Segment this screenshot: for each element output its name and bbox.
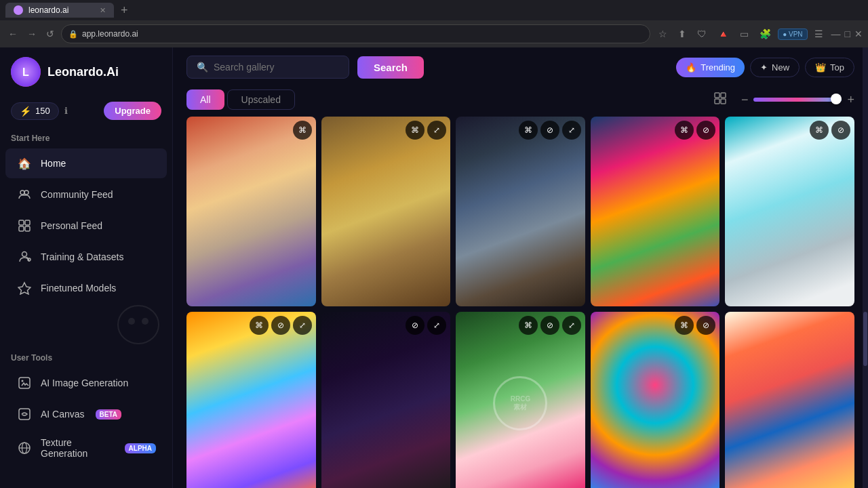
- view-toggle: [711, 89, 729, 110]
- ai-image-svg: [18, 376, 31, 390]
- item-overlay-anime: ⌘ ⊘ ⤢: [250, 316, 312, 335]
- refresh-button[interactable]: ↺: [43, 26, 57, 42]
- filter-upscaled-btn[interactable]: Upscaled: [227, 89, 295, 110]
- upgrade-button[interactable]: Upgrade: [104, 102, 161, 120]
- item-disable-btn-7[interactable]: ⊘: [406, 316, 425, 335]
- item-overlay-lion: ⌘: [293, 121, 312, 140]
- item-remix-btn-4[interactable]: ⌘: [675, 121, 694, 140]
- item-remix-btn-6[interactable]: ⌘: [250, 316, 269, 335]
- sidebar-item-ai-canvas[interactable]: AI Canvas BETA: [5, 399, 167, 429]
- item-expand-btn-6[interactable]: ⤢: [293, 316, 312, 335]
- svg-point-13: [128, 318, 135, 325]
- alpha-badge: ALPHA: [125, 443, 156, 453]
- item-disable-btn-4[interactable]: ⊘: [696, 121, 715, 140]
- item-expand-btn-7[interactable]: ⤢: [427, 316, 446, 335]
- gallery-item-colorful-woman[interactable]: ⌘ ⊘: [591, 312, 720, 488]
- svg-point-2: [20, 190, 24, 195]
- home-icon: 🏠: [16, 155, 33, 171]
- search-button[interactable]: Search: [357, 56, 424, 79]
- scrollbar-thumb[interactable]: [863, 312, 867, 366]
- sort-top-btn[interactable]: 👑 Top: [805, 58, 854, 77]
- search-bar[interactable]: 🔍: [186, 56, 349, 79]
- item-expand-btn-3[interactable]: ⤢: [562, 121, 581, 140]
- gallery-item-flowers[interactable]: ⌘ ⊘: [591, 117, 720, 306]
- sidebar-item-finetuned[interactable]: Finetuned Models: [5, 273, 167, 303]
- tab-title: leonardo.ai: [28, 5, 68, 15]
- zoom-thumb[interactable]: [831, 94, 842, 104]
- app-layout: L Leonardo.Ai ⚡ 150 ℹ Upgrade Start Here…: [0, 47, 868, 488]
- gallery-item-hieroglyph[interactable]: ⌘ ⤢: [321, 117, 451, 306]
- svg-rect-7: [25, 226, 30, 231]
- zoom-slider[interactable]: [753, 97, 842, 102]
- watermark: RRCG素材: [456, 312, 585, 488]
- svg-rect-5: [25, 220, 30, 225]
- address-bar[interactable]: 🔒 app.leonardo.ai: [61, 24, 650, 43]
- gallery-item-koala[interactable]: ⌘ ⊘: [725, 117, 854, 306]
- item-remix-btn-5[interactable]: ⌘: [810, 121, 829, 140]
- credits-info-btn[interactable]: ℹ: [64, 106, 68, 116]
- credits-amount: 150: [35, 106, 50, 116]
- item-disable-btn-6[interactable]: ⊘: [271, 316, 290, 335]
- sidebar-logo[interactable]: L Leonardo.Ai: [0, 47, 172, 96]
- item-remix-btn[interactable]: ⌘: [293, 121, 312, 140]
- sidebar-item-texture[interactable]: Texture Generation ALPHA: [5, 430, 167, 466]
- browser-chrome: leonardo.ai ✕ + ← → ↺ 🔒 app.leonardo.ai …: [0, 0, 868, 47]
- sidebar-item-home[interactable]: 🏠 Home: [5, 148, 167, 178]
- active-tab[interactable]: leonardo.ai ✕: [5, 3, 114, 18]
- sidebar-item-personal[interactable]: Personal Feed: [5, 211, 167, 241]
- gallery-item-anime-girl[interactable]: ⌘ ⊘ ⤢: [186, 312, 316, 488]
- item-remix-btn-3[interactable]: ⌘: [519, 121, 538, 140]
- forward-button[interactable]: →: [24, 26, 39, 42]
- home-label: Home: [41, 158, 66, 169]
- grid-view-btn[interactable]: [711, 89, 729, 110]
- window-close[interactable]: ✕: [854, 28, 863, 39]
- gallery-item-dark-woman[interactable]: ⊘ ⤢: [321, 312, 451, 488]
- sidebar: L Leonardo.Ai ⚡ 150 ℹ Upgrade Start Here…: [0, 47, 173, 488]
- gallery-item-lion[interactable]: ⌘: [186, 117, 316, 306]
- sort-new-btn[interactable]: ✦ New: [750, 58, 800, 77]
- item-disable-btn-5[interactable]: ⊘: [831, 121, 850, 140]
- sidebar-item-training[interactable]: Training & Datasets: [5, 242, 167, 272]
- item-remix-btn-9[interactable]: ⌘: [675, 316, 694, 335]
- star-button[interactable]: ☆: [654, 26, 671, 42]
- svg-marker-11: [18, 283, 31, 294]
- extensions-button[interactable]: 🧩: [755, 26, 775, 42]
- svg-rect-6: [19, 226, 24, 231]
- zoom-plus-btn[interactable]: +: [847, 93, 854, 107]
- menu-button[interactable]: ☰: [810, 26, 827, 42]
- item-overlay-pink: ⌘ ⊘ ⤢: [519, 316, 581, 335]
- sidebar-item-ai-image[interactable]: AI Image Generation: [5, 368, 167, 398]
- new-tab-button[interactable]: +: [117, 3, 132, 18]
- tab-close-btn[interactable]: ✕: [100, 6, 106, 15]
- grid-view-icon: [714, 92, 726, 104]
- finetuned-icon: [16, 280, 33, 296]
- item-overlay-colorful: ⌘ ⊘: [675, 316, 715, 335]
- gallery-item-pink-woman[interactable]: ⌘ ⊘ ⤢ RRCG素材: [456, 312, 585, 488]
- item-disable-btn-9[interactable]: ⊘: [696, 316, 715, 335]
- zoom-minus-btn[interactable]: −: [741, 93, 749, 107]
- alert-button[interactable]: 🔺: [713, 26, 733, 42]
- back-button[interactable]: ←: [5, 26, 20, 42]
- search-input[interactable]: [214, 62, 339, 73]
- item-overlay-hieroglyph: ⌘ ⤢: [406, 121, 446, 140]
- sidebar-item-community[interactable]: Community Feed: [5, 180, 167, 209]
- scrollbar-track[interactable]: [863, 47, 868, 488]
- share-button[interactable]: ⬆: [674, 26, 690, 42]
- item-disable-btn-8[interactable]: ⊘: [540, 316, 559, 335]
- item-expand-btn-8[interactable]: ⤢: [562, 316, 581, 335]
- filter-all-btn[interactable]: All: [186, 89, 224, 110]
- gallery-item-floral-pattern[interactable]: [725, 312, 854, 488]
- item-remix-btn-8[interactable]: ⌘: [519, 316, 538, 335]
- shield-button[interactable]: 🛡: [693, 26, 711, 42]
- sort-trending-btn[interactable]: 🔥 Trending: [676, 58, 745, 77]
- window-maximize[interactable]: □: [845, 28, 850, 39]
- item-remix-btn-2[interactable]: ⌘: [406, 121, 425, 140]
- gallery-item-warrior[interactable]: ⌘ ⊘ ⤢: [456, 117, 585, 306]
- item-overlay-koala: ⌘ ⊘: [810, 121, 850, 140]
- window-minimize[interactable]: —: [831, 28, 841, 39]
- item-disable-btn-3[interactable]: ⊘: [540, 121, 559, 140]
- start-here-label: Start Here: [0, 125, 172, 147]
- sidebar-toggle[interactable]: ▭: [736, 26, 753, 42]
- lock-icon: 🔒: [68, 30, 78, 39]
- item-expand-btn-2[interactable]: ⤢: [427, 121, 446, 140]
